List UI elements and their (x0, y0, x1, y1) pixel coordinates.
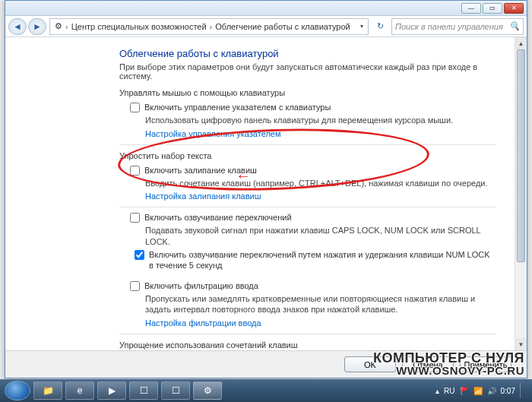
option-toggle-keys[interactable]: Включить озвучивание переключений (130, 212, 496, 223)
link-filter-keys-settings[interactable]: Настройка фильтрации ввода (145, 318, 496, 328)
titlebar: — ▭ ✕ (5, 1, 527, 16)
back-button[interactable]: ◄ (8, 18, 27, 35)
section-shortcuts-title: Упрощение использования сочетаний клавиш (119, 340, 496, 350)
checkbox-filter-keys[interactable] (130, 281, 140, 291)
watermark: КОМПЬЮТЕР С НУЛЯ WWW.OSNOVY-PC.RU (373, 351, 524, 376)
page-title: Облегчение работы с клавиатурой (119, 48, 496, 59)
navbar: ◄ ► ⚙ › Центр специальных возможностей ›… (5, 16, 527, 37)
search-placeholder: Поиск в панели управления (395, 22, 503, 31)
label-mouse-keys: Включить управление указателем с клавиат… (144, 102, 331, 112)
chevron-right-icon: › (65, 22, 68, 31)
tray-volume-icon[interactable]: 🔊 (487, 387, 496, 395)
tray-clock[interactable]: 0:07 (501, 387, 515, 395)
chevron-right-icon: › (210, 22, 213, 31)
option-filter-keys[interactable]: Включить фильтрацию ввода (130, 280, 496, 291)
label-toggle-keys: Включить озвучивание переключений (144, 212, 292, 223)
taskbar[interactable]: 📁 e ▶ ☐ ☐ ⚙ ▴ RU 🚩 📶 🔊 0:07 (0, 379, 532, 402)
checkbox-toggle-keys[interactable] (130, 213, 140, 223)
label-sticky-keys: Включить залипание клавиш (144, 165, 257, 176)
separator (119, 144, 496, 145)
tray-network-icon[interactable]: 📶 (473, 387, 483, 395)
system-tray[interactable]: ▴ RU 🚩 📶 🔊 0:07 (435, 383, 527, 398)
desc-mouse-keys: Использовать цифровую панель клавиатуры … (145, 115, 496, 125)
taskbar-icon-explorer[interactable]: 📁 (33, 381, 62, 400)
taskbar-icon-app2[interactable]: ☐ (161, 381, 190, 400)
section-mouse-title: Управлять мышью с помощью клавиатуры (119, 88, 496, 97)
taskbar-icon-app[interactable]: ☐ (129, 381, 158, 400)
scroll-thumb[interactable] (517, 49, 525, 262)
forward-button[interactable]: ► (28, 18, 46, 35)
desc-sticky-keys: Вводить сочетание клавиш (например, CTRL… (145, 178, 496, 188)
separator (119, 334, 496, 334)
control-panel-window: — ▭ ✕ ◄ ► ⚙ › Центр специальных возможно… (5, 0, 527, 378)
checkbox-mouse-keys[interactable] (130, 103, 140, 112)
tray-flag-icon[interactable]: 🚩 (460, 387, 469, 395)
option-toggle-keys-numlock[interactable]: Включить озвучивание переключений путем … (135, 249, 496, 271)
breadcrumb-root[interactable]: Центр специальных возможностей (71, 22, 207, 31)
watermark-line2: WWW.OSNOVY-PC.RU (373, 365, 524, 376)
close-button[interactable]: ✕ (504, 3, 524, 14)
taskbar-icon-ie[interactable]: e (65, 381, 94, 400)
option-mouse-keys[interactable]: Включить управление указателем с клавиат… (130, 102, 496, 112)
link-sticky-keys-settings[interactable]: Настройка залипания клавиш (145, 192, 496, 201)
scroll-down-button[interactable]: ▼ (515, 338, 527, 350)
checkbox-sticky-keys[interactable] (130, 166, 140, 176)
breadcrumb[interactable]: ⚙ › Центр специальных возможностей › Обл… (49, 18, 369, 35)
desc-toggle-keys: Подавать звуковой сигнал при нажатии кла… (145, 225, 496, 247)
tray-show-hidden-icon[interactable]: ▴ (435, 387, 439, 395)
breadcrumb-current: Облегчение работы с клавиатурой (215, 22, 350, 31)
checkbox-toggle-keys-numlock[interactable] (135, 250, 144, 260)
label-toggle-keys-numlock: Включить озвучивание переключений путем … (149, 249, 496, 271)
search-icon: 🔍 (509, 21, 520, 31)
taskbar-running-control-panel[interactable]: ⚙ (193, 381, 222, 400)
page-subtitle: При выборе этих параметров они будут зап… (119, 62, 496, 81)
separator (119, 207, 496, 207)
control-panel-icon: ⚙ (55, 21, 62, 31)
start-button[interactable] (5, 381, 30, 400)
link-mouse-keys-settings[interactable]: Настройка управления указателем (145, 129, 496, 138)
show-desktop-button[interactable] (520, 383, 524, 398)
tray-lang[interactable]: RU (444, 387, 454, 395)
section-typing-title: Упростить набор текста (119, 151, 496, 160)
chevron-down-icon[interactable]: ▾ (360, 23, 363, 30)
taskbar-icon-media[interactable]: ▶ (97, 381, 126, 400)
scroll-up-button[interactable]: ▲ (515, 37, 527, 49)
option-sticky-keys[interactable]: Включить залипание клавиш (130, 165, 496, 176)
watermark-line1: КОМПЬЮТЕР С НУЛЯ (373, 351, 524, 365)
maximize-button[interactable]: ▭ (483, 3, 502, 14)
content-area: Облегчение работы с клавиатурой При выбо… (5, 37, 527, 350)
search-input[interactable]: Поиск в панели управления 🔍 (391, 18, 524, 35)
desc-filter-keys: Пропускать или замедлять кратковременные… (145, 293, 496, 315)
scrollbar[interactable]: ▲ ▼ (515, 37, 527, 350)
minimize-button[interactable]: — (461, 3, 481, 14)
refresh-button[interactable]: ↻ (372, 18, 388, 35)
label-filter-keys: Включить фильтрацию ввода (144, 280, 258, 291)
